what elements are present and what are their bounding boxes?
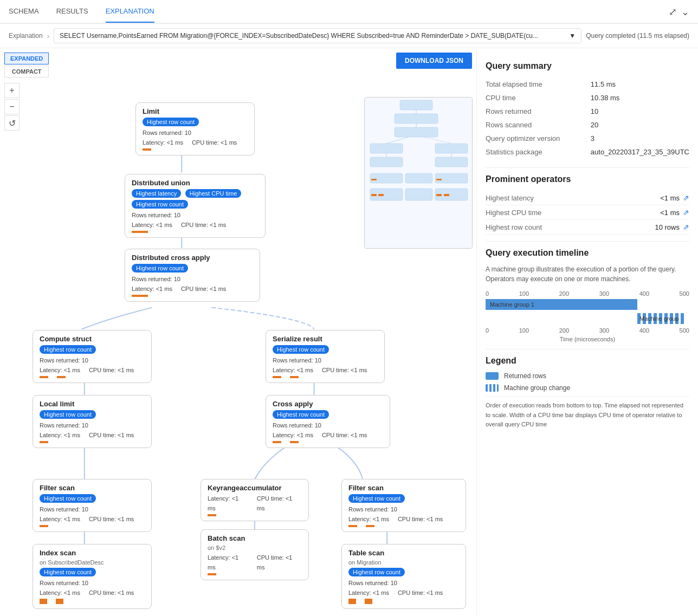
diagram-area[interactable]: Limit Highest row count Rows returned: 1… (0, 48, 477, 615)
summary-row-stats: Statistics package auto_20220317_23_35_3… (486, 145, 689, 159)
query-selector[interactable]: SELECT Username,PointsEarned FROM Migrat… (54, 28, 581, 43)
diagram-panel: EXPANDED COMPACT + − ↺ DOWNLOAD JSON (0, 48, 477, 615)
svg-rect-8 (400, 100, 432, 110)
cpu-link-icon[interactable]: ⇗ (683, 208, 689, 217)
svg-rect-14 (435, 157, 468, 167)
chevron-down-icon[interactable]: ⌄ (681, 6, 689, 18)
is-subtitle: on SubscribedDateDesc (40, 559, 145, 566)
compute-struct-node[interactable]: Compute struct Highest row count Rows re… (33, 330, 152, 383)
svg-line-23 (386, 137, 408, 144)
timeline-chart: 0 100 200 300 400 500 Machine group 1 Ma… (486, 290, 689, 342)
legend-box-blue (486, 372, 499, 380)
table-scan-node[interactable]: Table scan on Migration Highest row coun… (341, 544, 466, 609)
timeline-bar1-row: Machine group 1 (486, 299, 689, 310)
keyrange-node[interactable]: Keyrangeaccumulator Latency: <1 ms CPU t… (201, 479, 309, 521)
summary-row-rows-scanned: Rows scanned 20 (486, 118, 689, 132)
dca-badge: Highest row count (132, 264, 188, 273)
sr-bar (273, 376, 281, 378)
latency-link-icon[interactable]: ⇗ (683, 193, 689, 202)
kr-title: Keyrangeaccumulator (208, 484, 302, 492)
query-dropdown-icon: ▼ (569, 32, 576, 40)
svg-rect-15 (370, 173, 403, 183)
download-json-button[interactable]: DOWNLOAD JSON (396, 53, 472, 69)
breadcrumb-arrow: › (47, 32, 49, 40)
ll-title: Local limit (40, 400, 145, 408)
is-stats: Rows returned: 10 Latency: <1 ms CPU tim… (40, 579, 145, 604)
tab-results[interactable]: RESULTS (56, 1, 88, 23)
cross-apply-node[interactable]: Cross apply Highest row count Rows retur… (266, 395, 390, 448)
is-badge: Highest row count (40, 568, 96, 576)
summary-label-rows-returned: Rows returned (486, 105, 591, 118)
summary-value-elapsed: 11.5 ms (591, 77, 689, 91)
legend-item-returned-rows: Returned rows (486, 372, 689, 380)
filter-scan-right-node[interactable]: Filter scan Highest row count Rows retur… (341, 479, 466, 532)
bs-title: Batch scan (208, 534, 302, 542)
du-badge-row: Highest row count (132, 200, 188, 209)
svg-rect-19 (405, 189, 432, 200)
tab-explanation[interactable]: EXPLANATION (106, 1, 154, 23)
divider-3 (486, 349, 689, 349)
limit-bar-left (143, 148, 151, 151)
summary-row-rows-returned: Rows returned 10 (486, 105, 689, 118)
is-title: Index scan (40, 549, 145, 557)
summary-label-elapsed: Total elapsed time (486, 77, 591, 91)
dca-stats: Rows returned: 10 Latency: <1 ms CPU tim… (132, 275, 253, 297)
tab-actions: ⤢ ⌄ (669, 6, 689, 18)
index-scan-node[interactable]: Index scan on SubscribedDateDesc Highest… (33, 544, 152, 609)
limit-node[interactable]: Limit Highest row count Rows returned: 1… (135, 102, 255, 155)
is-bar (40, 599, 47, 604)
local-limit-node[interactable]: Local limit Highest row count Rows retur… (33, 395, 152, 448)
summary-value-cpu: 10.38 ms (591, 91, 689, 105)
bs-subtitle: on $v2 (208, 544, 302, 551)
limit-badge: Highest row count (143, 118, 199, 126)
ts-bar (348, 599, 356, 604)
breadcrumb-label: Explanation (9, 32, 43, 40)
fsr-stats: Rows returned: 10 Latency: <1 ms CPU tim… (348, 505, 459, 527)
svg-rect-12 (435, 144, 468, 153)
fsr-bar (348, 525, 357, 527)
ca-badge: Highest row count (273, 410, 329, 419)
svg-rect-31 (436, 194, 442, 196)
tab-group: SCHEMA RESULTS EXPLANATION (9, 1, 154, 23)
fsl-stats: Rows returned: 10 Latency: <1 ms CPU tim… (40, 505, 145, 527)
distributed-union-title: Distributed union (132, 179, 258, 187)
summary-row-cpu: CPU time 10.38 ms (486, 91, 689, 105)
svg-rect-11 (370, 144, 403, 153)
limit-title: Limit (143, 107, 248, 115)
top-navigation: SCHEMA RESULTS EXPLANATION ⤢ ⌄ (0, 0, 698, 24)
serialize-result-node[interactable]: Serialize result Highest row count Rows … (266, 330, 385, 383)
summary-value-stats: auto_20220317_23_35_39UTC (591, 145, 689, 159)
distributed-cross-apply-node[interactable]: Distributed cross apply Highest row coun… (125, 249, 260, 302)
zoom-out-button[interactable]: − (4, 99, 20, 114)
minimap[interactable] (364, 97, 473, 249)
kr-bar (208, 514, 216, 516)
summary-label-cpu: CPU time (486, 91, 591, 105)
svg-rect-27 (371, 179, 377, 180)
zoom-reset-button[interactable]: ↺ (4, 115, 20, 131)
prominent-label-latency: Highest latency (486, 194, 534, 202)
bs-stats: Latency: <1 ms CPU time: <1 ms (208, 553, 302, 575)
svg-rect-9 (395, 114, 438, 124)
timeline-bar-mg2: Machine group (637, 313, 686, 324)
expanded-view-button[interactable]: EXPANDED (4, 53, 49, 64)
tab-schema[interactable]: SCHEMA (9, 1, 39, 23)
timeline-axis-bottom: 0 100 200 300 400 500 (486, 327, 689, 334)
filter-scan-left-node[interactable]: Filter scan Highest row count Rows retur… (33, 479, 152, 532)
fsl-title: Filter scan (40, 484, 145, 492)
distributed-union-node[interactable]: Distributed union Highest latency Highes… (125, 174, 266, 238)
batch-scan-node[interactable]: Batch scan on $v2 Latency: <1 ms CPU tim… (201, 529, 309, 580)
zoom-in-button[interactable]: + (4, 83, 20, 98)
fsr-title: Filter scan (348, 484, 459, 492)
prominent-label-cpu: Highest CPU time (486, 209, 541, 217)
rowcount-link-icon[interactable]: ⇗ (683, 223, 689, 231)
legend-label-machine-group: Machine group change (504, 384, 570, 392)
minimap-inner (365, 98, 472, 248)
svg-rect-13 (370, 157, 403, 167)
prominent-label-rowcount: Highest row count (486, 223, 542, 231)
summary-value-rows-scanned: 20 (591, 118, 689, 132)
legend-label-returned-rows: Returned rows (504, 372, 546, 380)
expand-icon[interactable]: ⤢ (669, 6, 677, 18)
compact-view-button[interactable]: COMPACT (4, 66, 49, 77)
du-stats: Rows returned: 10 Latency: <1 ms CPU tim… (132, 211, 258, 233)
summary-label-stats: Statistics package (486, 145, 591, 159)
